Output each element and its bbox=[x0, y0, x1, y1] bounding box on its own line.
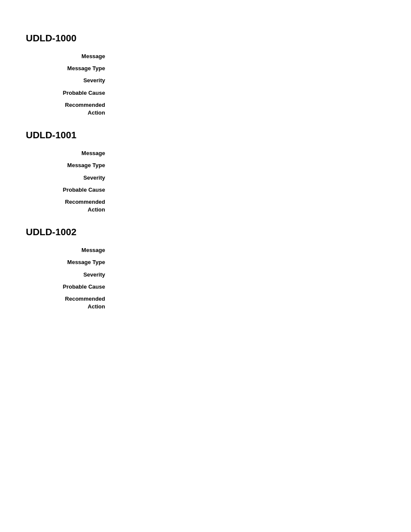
section-udld-1002-label-0: Message bbox=[26, 246, 112, 254]
section-udld-1001-field-0: Message bbox=[26, 149, 385, 157]
section-udld-1002-label-2: Severity bbox=[26, 271, 112, 279]
section-udld-1001-value-0 bbox=[112, 149, 385, 157]
section-udld-1000-label-1: Message Type bbox=[26, 65, 112, 72]
section-udld-1001-value-3 bbox=[112, 186, 385, 194]
section-udld-1000-value-3 bbox=[112, 89, 385, 97]
section-udld-1000-label-2: Severity bbox=[26, 77, 112, 84]
section-udld-1002-field-4: RecommendedAction bbox=[26, 295, 385, 311]
section-udld-1000-value-0 bbox=[112, 53, 385, 60]
section-udld-1001-value-2 bbox=[112, 174, 385, 182]
section-udld-1002-value-4 bbox=[112, 295, 385, 311]
section-udld-1002-field-0: Message bbox=[26, 246, 385, 254]
section-udld-1002-label-1: Message Type bbox=[26, 258, 112, 266]
section-udld-1000-field-2: Severity bbox=[26, 77, 385, 84]
section-udld-1000-field-1: Message Type bbox=[26, 65, 385, 72]
section-udld-1001-value-1 bbox=[112, 162, 385, 169]
section-udld-1001-field-1: Message Type bbox=[26, 162, 385, 169]
section-udld-1002-field-3: Probable Cause bbox=[26, 283, 385, 291]
section-udld-1000-field-4: RecommendedAction bbox=[26, 101, 385, 117]
section-udld-1000-label-0: Message bbox=[26, 53, 112, 60]
page-container: UDLD-1000MessageMessage TypeSeverityProb… bbox=[0, 0, 411, 532]
section-udld-1000-field-3: Probable Cause bbox=[26, 89, 385, 97]
section-udld-1001-value-4 bbox=[112, 198, 385, 214]
section-udld-1000-label-4: RecommendedAction bbox=[26, 101, 112, 117]
section-udld-1002-value-1 bbox=[112, 258, 385, 266]
section-udld-1000-field-0: Message bbox=[26, 53, 385, 60]
section-udld-1000-label-3: Probable Cause bbox=[26, 89, 112, 97]
section-udld-1002-value-3 bbox=[112, 283, 385, 291]
section-udld-1002-label-4: RecommendedAction bbox=[26, 295, 112, 311]
section-udld-1001-label-4: RecommendedAction bbox=[26, 198, 112, 214]
section-udld-1000-value-1 bbox=[112, 65, 385, 72]
section-udld-1002-field-1: Message Type bbox=[26, 258, 385, 266]
section-udld-1000-value-4 bbox=[112, 101, 385, 117]
section-udld-1001-title: UDLD-1001 bbox=[26, 130, 385, 141]
section-udld-1001-label-2: Severity bbox=[26, 174, 112, 182]
section-udld-1001-label-1: Message Type bbox=[26, 162, 112, 169]
section-udld-1002-value-0 bbox=[112, 246, 385, 254]
section-udld-1002-title: UDLD-1002 bbox=[26, 227, 385, 238]
section-udld-1001: UDLD-1001MessageMessage TypeSeverityProb… bbox=[26, 130, 385, 214]
section-udld-1002: UDLD-1002MessageMessage TypeSeverityProb… bbox=[26, 227, 385, 311]
section-udld-1001-field-3: Probable Cause bbox=[26, 186, 385, 194]
section-udld-1001-field-2: Severity bbox=[26, 174, 385, 182]
section-udld-1002-field-2: Severity bbox=[26, 271, 385, 279]
section-udld-1000-value-2 bbox=[112, 77, 385, 84]
section-udld-1002-value-2 bbox=[112, 271, 385, 279]
section-udld-1001-label-0: Message bbox=[26, 149, 112, 157]
section-udld-1002-label-3: Probable Cause bbox=[26, 283, 112, 291]
section-udld-1001-field-4: RecommendedAction bbox=[26, 198, 385, 214]
section-udld-1001-label-3: Probable Cause bbox=[26, 186, 112, 194]
section-udld-1000: UDLD-1000MessageMessage TypeSeverityProb… bbox=[26, 33, 385, 117]
section-udld-1000-title: UDLD-1000 bbox=[26, 33, 385, 44]
sections-container: UDLD-1000MessageMessage TypeSeverityProb… bbox=[26, 33, 385, 311]
